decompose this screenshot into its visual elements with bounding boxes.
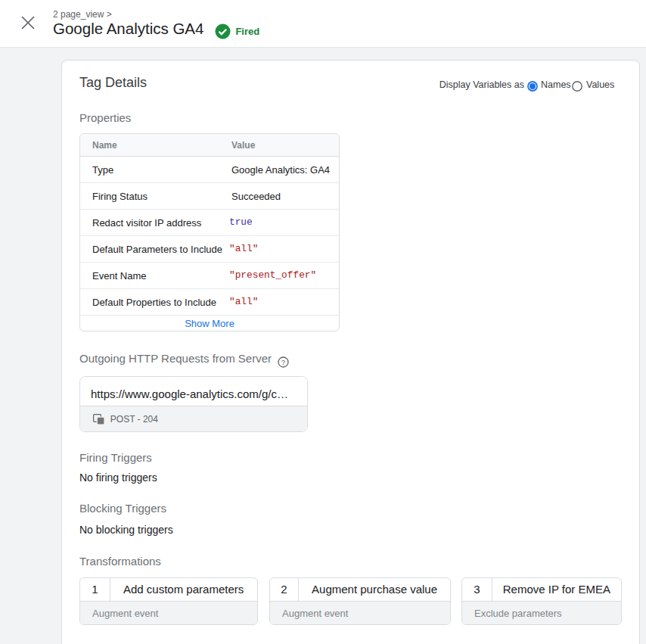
svg-text:?: ? [281, 358, 284, 366]
